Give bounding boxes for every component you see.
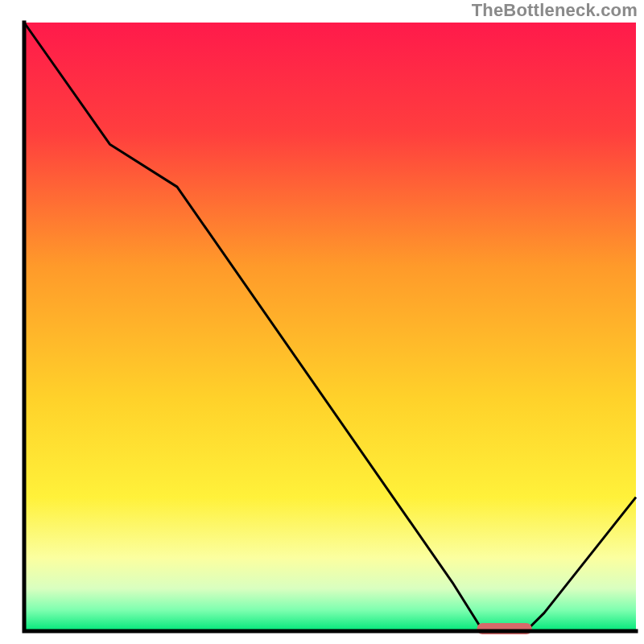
plot-background [24,23,636,631]
bottleneck-chart [0,0,644,644]
chart-container: TheBottleneck.com [0,0,644,644]
watermark-label: TheBottleneck.com [472,0,638,21]
